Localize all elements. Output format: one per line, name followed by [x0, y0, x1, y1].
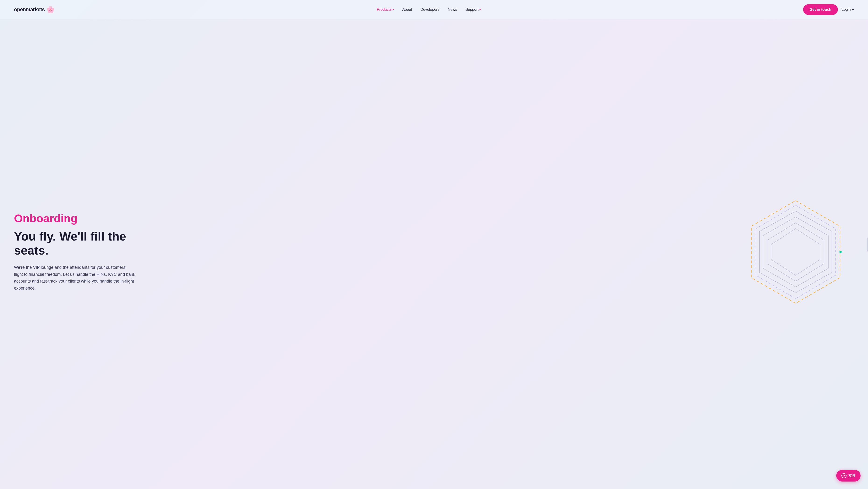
hero-label: Onboarding: [14, 212, 154, 225]
nav-link-developers[interactable]: Developers: [420, 7, 439, 11]
logo[interactable]: openmarkets 🌸: [14, 6, 55, 13]
hero-heading: You fly. We'll fill the seats.: [14, 230, 154, 258]
nav-link-news[interactable]: News: [448, 7, 457, 11]
svg-marker-8: [839, 251, 843, 253]
support-question-icon: ?: [841, 473, 846, 478]
logo-icon: 🌸: [46, 6, 55, 13]
support-label: 支持: [848, 473, 856, 478]
scrollbar[interactable]: [867, 237, 868, 252]
nav-item-developers[interactable]: Developers: [420, 7, 439, 12]
hero-content: Onboarding You fly. We'll fill the seats…: [14, 212, 154, 292]
navigation: openmarkets 🌸 Products ▾ About Developer…: [0, 0, 868, 19]
nav-link-about[interactable]: About: [402, 7, 412, 11]
nav-links: Products ▾ About Developers News Support…: [377, 7, 481, 12]
nav-item-support[interactable]: Support ▾: [465, 7, 481, 12]
hero-graphic: [737, 194, 854, 310]
hero-description: We're the VIP lounge and the attendants …: [14, 264, 135, 292]
nav-item-news[interactable]: News: [448, 7, 457, 12]
support-chevron-icon: ▾: [479, 8, 481, 11]
hero-section: Onboarding You fly. We'll fill the seats…: [0, 19, 868, 489]
support-widget[interactable]: ? 支持: [836, 470, 861, 482]
nav-item-about[interactable]: About: [402, 7, 412, 12]
hexagon-graphic: [737, 194, 854, 310]
nav-right: Get in touch Login ▾: [803, 4, 854, 15]
login-button[interactable]: Login ▾: [842, 7, 854, 12]
nav-link-support[interactable]: Support ▾: [465, 7, 481, 12]
nav-link-products[interactable]: Products ▾: [377, 7, 394, 12]
login-chevron-icon: ▾: [852, 7, 854, 12]
nav-item-products[interactable]: Products ▾: [377, 7, 394, 12]
logo-text: openmarkets: [14, 6, 44, 12]
chevron-down-icon: ▾: [393, 8, 394, 11]
get-in-touch-button[interactable]: Get in touch: [803, 4, 838, 15]
